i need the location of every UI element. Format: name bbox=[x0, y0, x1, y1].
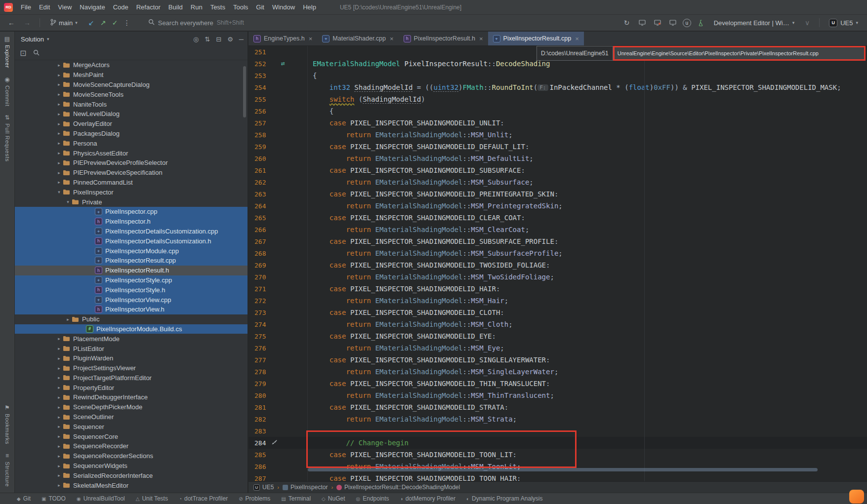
chevron-right-icon[interactable]: ▸ bbox=[55, 141, 63, 146]
status-item-terminal[interactable]: ▤Terminal bbox=[281, 495, 311, 502]
chevron-right-icon[interactable]: ▸ bbox=[55, 346, 63, 351]
line-number[interactable]: 278 bbox=[248, 368, 270, 376]
gutter[interactable] bbox=[270, 401, 307, 413]
chevron-down-icon[interactable]: ▾ bbox=[55, 190, 63, 194]
tree-item-PixelInspectorDetailsCustomization.cpp[interactable]: +PixelInspectorDetailsCustomization.cpp bbox=[15, 227, 248, 236]
tree-item-PListEditor[interactable]: ▸PListEditor bbox=[15, 344, 248, 353]
run-configuration-select[interactable]: U UE5 ▾ bbox=[826, 17, 861, 29]
tree-item-PixelInspectorModule.cpp[interactable]: +PixelInspectorModule.cpp bbox=[15, 246, 248, 256]
tree-item-PixelInspectorStyle.h[interactable]: hPixelInspectorStyle.h bbox=[15, 285, 248, 295]
code-text[interactable]: return EMaterialShadingModel::MSM_Strata… bbox=[307, 413, 867, 425]
line-number[interactable]: 264 bbox=[248, 202, 270, 210]
tree-item-PixelInspectorModule.Build.cs[interactable]: #PixelInspectorModule.Build.cs bbox=[15, 324, 248, 334]
line-number[interactable]: 282 bbox=[248, 416, 270, 423]
line-number[interactable]: 276 bbox=[248, 345, 270, 352]
collapse-all-icon[interactable]: ⊟ bbox=[216, 36, 221, 43]
code-line-260[interactable]: 260 return EMaterialShadingModel::MSM_De… bbox=[248, 153, 867, 164]
menu-window[interactable]: Window bbox=[268, 1, 299, 13]
menu-edit[interactable]: Edit bbox=[35, 1, 54, 13]
tree-item-PlacementMode[interactable]: ▸PlacementMode bbox=[15, 334, 248, 344]
code-line-287[interactable]: 287 case PIXEL_INSPECTOR_SHADINGMODELID_… bbox=[248, 472, 867, 481]
tree-item-MovieSceneTools[interactable]: ▸MovieSceneTools bbox=[15, 89, 248, 99]
chevron-right-icon[interactable]: ▸ bbox=[55, 444, 63, 449]
code-line-271[interactable]: 271 case PIXEL_INSPECTOR_SHADINGMODELID_… bbox=[248, 283, 867, 295]
code-line-258[interactable]: 258 return EMaterialShadingModel::MSM_Un… bbox=[248, 129, 867, 141]
line-number[interactable]: 266 bbox=[248, 226, 270, 233]
code-text[interactable]: int32 ShadingModelId = ((uint32)FMath::R… bbox=[307, 81, 867, 93]
chevron-right-icon[interactable]: ▸ bbox=[55, 121, 63, 126]
tree-item-NewLevelDialog[interactable]: ▸NewLevelDialog bbox=[15, 109, 248, 119]
gutter[interactable] bbox=[270, 153, 307, 164]
line-number[interactable]: 283 bbox=[248, 427, 270, 435]
line-number[interactable]: 287 bbox=[248, 475, 270, 482]
tree-item-PixelInspectorDetailsCustomization.h[interactable]: hPixelInspectorDetailsCustomization.h bbox=[15, 236, 248, 246]
status-item-unit-tests[interactable]: △Unit Tests bbox=[136, 495, 168, 502]
menu-code[interactable]: Code bbox=[109, 1, 132, 13]
code-text[interactable]: return EMaterialShadingModel::MSM_Preint… bbox=[307, 200, 867, 212]
line-number[interactable]: 259 bbox=[248, 143, 270, 151]
code-line-268[interactable]: 268 return EMaterialShadingModel::MSM_Su… bbox=[248, 247, 867, 259]
tab-PixelInspectorResult.cpp[interactable]: +PixelInspectorResult.cpp× bbox=[488, 32, 584, 45]
tree-item-PinnedCommandList[interactable]: ▸PinnedCommandList bbox=[15, 178, 248, 188]
code-line-269[interactable]: 269 case PIXEL_INSPECTOR_SHADINGMODELID_… bbox=[248, 259, 867, 271]
gutter[interactable] bbox=[270, 449, 307, 461]
code-line-262[interactable]: 262 return EMaterialShadingModel::MSM_Su… bbox=[248, 176, 867, 188]
gutter[interactable] bbox=[270, 283, 307, 295]
code-line-264[interactable]: 264 return EMaterialShadingModel::MSM_Pr… bbox=[248, 200, 867, 212]
code-line-256[interactable]: 256 { bbox=[248, 105, 867, 117]
gutter[interactable] bbox=[270, 366, 307, 378]
code-text[interactable]: return EMaterialShadingModel::MSM_Eye; bbox=[307, 342, 867, 354]
code-line-267[interactable]: 267 case PIXEL_INSPECTOR_SHADINGMODELID_… bbox=[248, 235, 867, 247]
code-line-265[interactable]: 265 case PIXEL_INSPECTOR_SHADINGMODELID_… bbox=[248, 212, 867, 224]
code-text[interactable]: case PIXEL_INSPECTOR_SHADINGMODELID_PREI… bbox=[307, 188, 867, 200]
tab-EngineTypes.h[interactable]: hEngineTypes.h× bbox=[248, 32, 317, 45]
build-configuration-select[interactable]: Development Editor | Wi… ▾ bbox=[711, 18, 797, 28]
chevron-right-icon[interactable]: ▸ bbox=[55, 82, 63, 87]
tree-item-PixelInspectorStyle.cpp[interactable]: +PixelInspectorStyle.cpp bbox=[15, 275, 248, 285]
code-text[interactable]: case PIXEL_INSPECTOR_SHADINGMODELID_DEFA… bbox=[307, 141, 867, 153]
code-line-280[interactable]: 280 return EMaterialShadingModel::MSM_Th… bbox=[248, 389, 867, 401]
chevron-right-icon[interactable]: ▸ bbox=[55, 63, 63, 68]
gutter[interactable] bbox=[270, 200, 307, 212]
tree-item-MeshPaint[interactable]: ▸MeshPaint bbox=[15, 70, 248, 80]
gutter[interactable] bbox=[270, 461, 307, 472]
scroll-to-source-icon[interactable]: ⊡ bbox=[20, 48, 26, 58]
gutter[interactable] bbox=[270, 141, 307, 153]
chevron-right-icon[interactable]: ▸ bbox=[55, 415, 63, 420]
code-text[interactable]: case PIXEL_INSPECTOR_SHADINGMODELID_CLEA… bbox=[307, 212, 867, 224]
update-project-icon[interactable]: ↙ bbox=[86, 17, 97, 28]
line-number[interactable]: 272 bbox=[248, 297, 270, 305]
code-text[interactable]: return EMaterialShadingModel::MSM_Defaul… bbox=[307, 153, 867, 164]
unreal-notification-icon[interactable] bbox=[849, 490, 864, 504]
tree-item-MovieSceneCaptureDialog[interactable]: ▸MovieSceneCaptureDialog bbox=[15, 80, 248, 90]
code-text[interactable]: return EMaterialShadingModel::MSM_Subsur… bbox=[307, 176, 867, 188]
tree-item-OverlayEditor[interactable]: ▸OverlayEditor bbox=[15, 119, 248, 129]
code-line-276[interactable]: 276 return EMaterialShadingModel::MSM_Ey… bbox=[248, 342, 867, 354]
chevron-right-icon[interactable]: ▸ bbox=[55, 151, 63, 155]
chevron-right-icon[interactable]: ▸ bbox=[55, 395, 63, 400]
line-number[interactable]: 254 bbox=[248, 84, 270, 91]
gutter[interactable] bbox=[270, 307, 307, 318]
chevron-right-icon[interactable]: ▸ bbox=[55, 73, 63, 78]
line-number[interactable]: 267 bbox=[248, 238, 270, 245]
line-number[interactable]: 280 bbox=[248, 392, 270, 399]
code-text[interactable]: return EMaterialShadingModel::MSM_ClearC… bbox=[307, 224, 867, 235]
code-line-254[interactable]: 254 int32 ShadingModelId = ((uint32)FMat… bbox=[248, 81, 867, 93]
gutter[interactable] bbox=[270, 295, 307, 307]
menu-refactor[interactable]: Refactor bbox=[132, 1, 165, 13]
gutter[interactable] bbox=[270, 413, 307, 425]
status-item-problems[interactable]: ⊘Problems bbox=[239, 495, 270, 502]
gutter[interactable] bbox=[270, 271, 307, 283]
code-text[interactable]: case PIXEL_INSPECTOR_SHADINGMODELID_UNLI… bbox=[307, 117, 867, 129]
gutter[interactable] bbox=[270, 164, 307, 176]
line-number[interactable]: 273 bbox=[248, 309, 270, 316]
unrealbuildtool-icon[interactable]: u bbox=[683, 19, 691, 27]
code-text[interactable]: case PIXEL_INSPECTOR_SHADINGMODELID_EYE: bbox=[307, 330, 867, 342]
code-text[interactable]: case PIXEL_INSPECTOR_SHADINGMODELID_TWOS… bbox=[307, 259, 867, 271]
chevron-right-icon[interactable]: ▸ bbox=[55, 180, 63, 185]
gutter[interactable] bbox=[270, 354, 307, 366]
status-item-endpoints[interactable]: ◎Endpoints bbox=[356, 495, 389, 502]
chevron-expand-icon[interactable]: ∨ bbox=[802, 17, 813, 28]
chevron-down-icon[interactable]: ▾ bbox=[47, 37, 49, 41]
tree-item-RewindDebuggerInterface[interactable]: ▸RewindDebuggerInterface bbox=[15, 392, 248, 402]
